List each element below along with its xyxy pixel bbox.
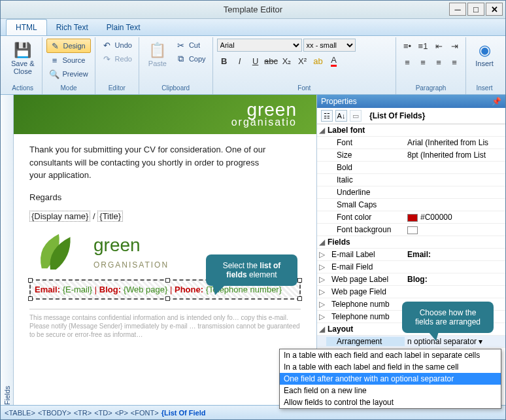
callout-arrangement: Choose how the fields are arranged — [402, 302, 494, 333]
mode-source[interactable]: ≡Source — [46, 54, 90, 67]
save-icon: 💾 — [14, 41, 32, 60]
crumb-tbody[interactable]: <TBODY> — [38, 409, 71, 417]
dropdown-option[interactable]: In a table with each field and each labe… — [280, 349, 501, 361]
font-color-button[interactable]: A — [327, 54, 341, 68]
callout-select-lof: Select the list of fields element — [206, 254, 297, 286]
align-justify-button[interactable]: ≡ — [447, 55, 462, 69]
properties-panel: Properties 📌 ☷ A↓ ▭ {List Of Fields} ◢La… — [317, 95, 505, 405]
save-close-button[interactable]: 💾 Save & Close — [7, 39, 38, 78]
header-banner: green organisatio — [14, 95, 316, 134]
disclaimer-text[interactable]: This message contains confidential infor… — [29, 309, 301, 339]
categorized-icon[interactable]: ☷ — [321, 110, 333, 122]
insert-button[interactable]: ◉ Insert — [470, 39, 499, 70]
undo-icon: ↶ — [102, 40, 112, 50]
italic-button[interactable]: I — [233, 54, 247, 68]
insert-icon: ◉ — [475, 41, 494, 60]
align-left-button[interactable]: ≡ — [400, 55, 414, 69]
cut-button[interactable]: ✂Cut — [173, 39, 209, 52]
format-tabs: HTML Rich Text Plain Text — [1, 19, 505, 36]
bullet-list-button[interactable]: ≡• — [400, 39, 414, 53]
fields-panel-tab[interactable]: Fields — [1, 95, 14, 405]
color-swatch — [407, 214, 418, 222]
group-editor-label: Editor — [99, 84, 135, 93]
selected-element-name: {List Of Fields} — [369, 111, 425, 120]
crumb-td[interactable]: <TD> — [94, 409, 112, 417]
color-swatch — [407, 226, 418, 234]
group-clipboard-label: Clipboard — [143, 84, 209, 93]
undo-button[interactable]: ↶Undo — [99, 39, 135, 52]
crumb-tr[interactable]: <TR> — [74, 409, 92, 417]
expand-icon[interactable]: ◢ — [317, 237, 326, 247]
dropdown-option-selected[interactable]: One field after another with an optional… — [280, 373, 501, 385]
cut-icon: ✂ — [176, 40, 186, 50]
tab-richtext[interactable]: Rich Text — [47, 20, 97, 35]
group-mode-label: Mode — [46, 84, 90, 93]
editor-canvas[interactable]: green organisatio Thank you for submitti… — [14, 95, 317, 405]
copy-icon: ⧉ — [176, 54, 186, 64]
align-center-button[interactable]: ≡ — [416, 55, 430, 69]
window-title: Template Editor — [224, 5, 282, 14]
design-icon: ✎ — [50, 41, 60, 51]
arrangement-dropdown[interactable]: In a table with each field and each labe… — [279, 349, 501, 409]
expand-icon[interactable]: ◢ — [317, 126, 326, 135]
font-size-select[interactable]: xx - small — [303, 39, 356, 52]
title-field[interactable]: {Title} — [97, 211, 123, 222]
superscript-button[interactable]: X² — [295, 54, 310, 68]
group-actions-label: Actions — [7, 84, 38, 93]
crumb-table[interactable]: <TABLE> — [5, 409, 35, 417]
display-name-field[interactable]: {Display name} — [29, 211, 90, 222]
align-right-button[interactable]: ≡ — [431, 55, 446, 69]
arrangement-row[interactable]: Arrangementn optional separator ▾ — [317, 336, 505, 348]
subscript-button[interactable]: X₂ — [280, 54, 294, 68]
paste-icon: 📋 — [148, 41, 167, 60]
minimize-button[interactable]: ─ — [449, 3, 466, 16]
number-list-button[interactable]: ≡1 — [416, 39, 430, 53]
chevron-down-icon[interactable]: ▾ — [479, 337, 482, 346]
redo-button[interactable]: ↷Redo — [99, 52, 135, 65]
font-family-select[interactable]: Arial — [217, 39, 302, 52]
indent-button[interactable]: ⇥ — [447, 39, 462, 53]
prop-pages-icon[interactable]: ▭ — [350, 110, 362, 122]
dropdown-option[interactable]: Each field on a new line — [280, 385, 501, 396]
highlight-button[interactable]: ab — [311, 54, 326, 68]
group-paragraph-label: Paragraph — [400, 84, 462, 93]
ribbon: 💾 Save & Close Actions ✎Design ≡Source 🔍… — [1, 36, 505, 95]
mode-preview[interactable]: 🔍Preview — [46, 67, 90, 80]
dropdown-option[interactable]: Allow fields to control the layout — [280, 396, 501, 408]
leaf-logo-icon — [29, 228, 88, 274]
regards-text[interactable]: Regards — [29, 191, 301, 204]
paste-button[interactable]: 📋 Paste — [143, 39, 172, 70]
pin-icon[interactable]: 📌 — [492, 97, 501, 106]
bold-button[interactable]: B — [217, 54, 231, 68]
crumb-font[interactable]: <FONT> — [131, 409, 159, 417]
logo-text: green ORGANISATION — [93, 232, 169, 271]
crumb-list-of-fields[interactable]: {List Of Field — [161, 409, 206, 417]
outdent-button[interactable]: ⇤ — [431, 39, 446, 53]
crumb-p[interactable]: <P> — [115, 409, 128, 417]
tab-plaintext[interactable]: Plain Text — [97, 20, 150, 35]
underline-button[interactable]: U — [248, 54, 263, 68]
maximize-button[interactable]: □ — [467, 3, 484, 16]
preview-icon: 🔍 — [49, 69, 59, 79]
mode-design[interactable]: ✎Design — [46, 39, 90, 53]
dropdown-option[interactable]: In a table with each label and field in … — [280, 361, 501, 373]
alphabetical-icon[interactable]: A↓ — [335, 110, 347, 122]
copy-button[interactable]: ⧉Copy — [173, 52, 209, 65]
group-insert-label: Insert — [470, 84, 499, 93]
group-font-label: Font — [217, 84, 392, 93]
close-button[interactable]: ✕ — [486, 3, 503, 16]
source-icon: ≡ — [49, 55, 59, 65]
body-paragraph[interactable]: Thank you for submitting your CV for con… — [29, 143, 278, 182]
redo-icon: ↷ — [102, 54, 112, 64]
strike-button[interactable]: abc — [264, 54, 278, 68]
properties-title: Properties — [321, 97, 357, 106]
tab-html[interactable]: HTML — [6, 19, 47, 35]
expand-icon[interactable]: ◢ — [317, 324, 326, 334]
title-bar: Template Editor ─ □ ✕ — [1, 1, 505, 19]
